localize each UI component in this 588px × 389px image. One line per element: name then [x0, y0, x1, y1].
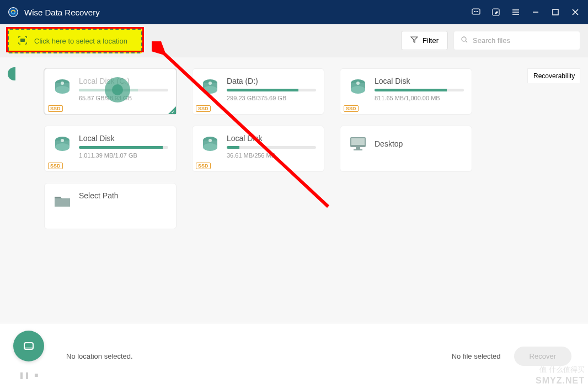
svg-point-11 [55, 86, 70, 94]
drive-size: 1,011.39 MB/1.07 GB [79, 152, 168, 159]
select-location-label: Click here to select a location [34, 37, 127, 45]
filter-icon [410, 36, 418, 45]
statusbar: ❚❚ ■ No location selected. No file selec… [0, 323, 588, 389]
svg-rect-30 [351, 138, 365, 145]
drive-card[interactable]: Local Disk 1,011.39 MB/1.07 GB SSD [44, 126, 177, 172]
svg-point-20 [356, 82, 360, 85]
drive-card[interactable]: Data (D:) 299.23 GB/375.69 GB SSD [192, 68, 324, 115]
app-title: Wise Data Recovery [24, 8, 471, 17]
watermark-text: 值 什么值得买 [539, 365, 585, 375]
svg-point-3 [475, 11, 477, 12]
hdd-icon [200, 77, 220, 96]
hdd-icon [348, 77, 368, 96]
app-logo-icon [8, 7, 19, 18]
drive-name: Select Path [79, 191, 168, 200]
recoverability-tab[interactable]: Recoverability [527, 68, 580, 83]
feedback-icon[interactable] [471, 7, 481, 17]
status-file-text: No file selected [452, 352, 501, 360]
playback-controls: ❚❚ ■ [19, 371, 38, 379]
svg-point-0 [9, 8, 18, 17]
svg-point-24 [61, 139, 64, 142]
drive-card[interactable]: Select Path [44, 183, 177, 229]
svg-point-16 [209, 82, 212, 85]
search-placeholder: Search files [473, 36, 510, 45]
svg-rect-6 [553, 9, 558, 15]
svg-point-15 [203, 86, 217, 94]
svg-point-28 [209, 139, 212, 142]
stop-icon[interactable]: ■ [34, 371, 38, 379]
drive-card[interactable]: Desktop [340, 126, 472, 172]
close-button[interactable] [570, 7, 580, 17]
drive-grid-container: Local Disk (C:) 65.87 GB/98.93 GB SSD ✓ … [17, 57, 527, 321]
main-area: Local Disk (C:) 65.87 GB/98.93 GB SSD ✓ … [0, 57, 588, 321]
svg-point-19 [351, 86, 365, 94]
svg-point-4 [477, 11, 478, 12]
drive-name: Local Disk [227, 134, 316, 143]
ssd-badge: SSD [196, 163, 211, 169]
titlebar: Wise Data Recovery [0, 0, 588, 24]
svg-point-12 [61, 82, 64, 85]
drive-name: Local Disk [375, 77, 464, 85]
drive-name: Desktop [375, 139, 464, 148]
svg-point-8 [462, 37, 466, 41]
svg-rect-31 [356, 147, 360, 149]
drive-size: 65.87 GB/98.93 GB [79, 95, 168, 101]
ssd-badge: SSD [48, 163, 63, 169]
desktop-icon [348, 134, 368, 154]
select-location-button[interactable]: Click here to select a location [8, 29, 142, 53]
drive-icon [22, 339, 36, 353]
scan-icon [18, 35, 28, 47]
rail-indicator [8, 67, 15, 80]
drive-name: Data (D:) [227, 77, 316, 85]
svg-point-27 [203, 143, 217, 151]
ssd-badge: SSD [48, 105, 63, 112]
menu-icon[interactable] [511, 7, 521, 17]
scan-fab-button[interactable] [13, 331, 44, 361]
recover-button[interactable]: Recover [514, 347, 571, 366]
toolbar: Click here to select a location Filter S… [0, 24, 588, 57]
filter-button[interactable]: Filter [401, 31, 448, 50]
drive-size: 36.61 MB/256 MB [227, 152, 316, 159]
filter-label: Filter [423, 36, 439, 45]
status-location-text: No location selected. [66, 352, 133, 360]
drive-size: 299.23 GB/375.69 GB [227, 95, 316, 101]
drive-name: Local Disk (C:) [79, 77, 168, 85]
svg-point-23 [55, 143, 70, 151]
minimize-button[interactable] [531, 7, 541, 17]
search-input[interactable]: Search files [453, 31, 580, 50]
check-icon: ✓ [171, 109, 175, 115]
folder-icon [52, 191, 72, 211]
search-icon [461, 36, 468, 45]
right-sidebar: Recoverability [527, 57, 588, 321]
svg-rect-32 [354, 149, 362, 150]
drive-card[interactable]: Local Disk (C:) 65.87 GB/98.93 GB SSD ✓ [44, 68, 177, 115]
hdd-icon [200, 134, 220, 154]
drive-size: 811.65 MB/1,000.00 MB [375, 95, 464, 101]
hdd-icon [52, 77, 72, 96]
drive-name: Local Disk [79, 134, 168, 143]
hdd-icon [52, 134, 72, 154]
ssd-badge: SSD [196, 105, 211, 112]
drive-card[interactable]: Local Disk 811.65 MB/1,000.00 MB SSD [340, 68, 472, 115]
maximize-button[interactable] [550, 7, 560, 17]
left-rail [0, 57, 17, 321]
edit-icon[interactable] [491, 7, 501, 17]
watermark-url: SMYZ.NET [536, 376, 585, 386]
svg-point-2 [474, 11, 475, 12]
ssd-badge: SSD [344, 105, 359, 112]
drive-card[interactable]: Local Disk 36.61 MB/256 MB SSD [192, 126, 324, 172]
pause-icon[interactable]: ❚❚ [19, 371, 30, 379]
svg-rect-35 [24, 347, 33, 349]
svg-rect-7 [20, 39, 25, 42]
